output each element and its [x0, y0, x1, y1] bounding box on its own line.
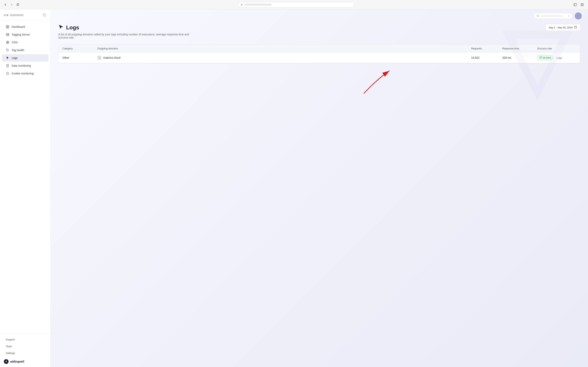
- sidebar-item-label: Cookie monitoring: [12, 72, 34, 75]
- svg-point-14: [6, 41, 9, 44]
- svg-rect-4: [43, 14, 46, 16]
- support-link[interactable]: Support: [4, 336, 46, 342]
- user-avatar[interactable]: [575, 12, 582, 19]
- success-check-icon: [539, 56, 542, 59]
- browser-actions: [572, 2, 585, 7]
- svg-rect-8: [6, 27, 7, 28]
- file-icon: [6, 64, 9, 67]
- logs-page-icon: [58, 24, 64, 31]
- grid-icon: [6, 25, 9, 29]
- svg-point-26: [7, 74, 8, 74]
- column-outgoing-domains: Outgoing domains: [97, 47, 471, 50]
- success-rate-badge: 99.58%: [537, 55, 553, 60]
- sidebar-item-cdn[interactable]: CDN: [2, 39, 48, 46]
- column-response-time: Response time: [502, 47, 537, 50]
- brand-icon: A: [4, 359, 8, 364]
- search-icon: [537, 15, 539, 17]
- header-search[interactable]: ×: [534, 13, 572, 19]
- server-icon: [6, 33, 9, 36]
- cookie-icon: [6, 72, 9, 75]
- sidebar-item-dashboard[interactable]: Dashboard: [2, 23, 48, 31]
- search-text-placeholder: [541, 15, 562, 17]
- svg-rect-0: [574, 3, 577, 6]
- link-icon: [241, 3, 243, 6]
- svg-rect-29: [574, 26, 577, 28]
- address-bar[interactable]: [238, 2, 355, 8]
- sidebar-item-cookie-monitoring[interactable]: Cookie monitoring: [2, 70, 48, 77]
- team-link[interactable]: Team: [4, 343, 46, 349]
- tabs-button[interactable]: [580, 2, 585, 7]
- row-logs-link[interactable]: Logs: [556, 56, 562, 59]
- svg-point-23: [6, 72, 9, 75]
- logo-text-placeholder: [10, 14, 24, 16]
- svg-point-24: [7, 73, 7, 74]
- sidebar-expand-button[interactable]: [42, 13, 46, 17]
- globe-icon: [6, 41, 9, 44]
- page-title-row: Logs Sep 1 - Sep 30, 2024: [58, 24, 580, 31]
- logo-dot-2: [6, 14, 8, 16]
- sidebar-navigation: Dashboard Tagging Server: [0, 20, 50, 333]
- sidebar-item-label: Dashboard: [12, 25, 25, 28]
- app-container: Dashboard Tagging Server: [0, 9, 588, 367]
- cell-domain: matomo.cloud: [97, 56, 471, 60]
- table-row: Other matomo.cloud 14,922 228 ms: [59, 52, 580, 63]
- table-header: Category Outgoing domains Requests Respo…: [59, 45, 580, 52]
- browser-nav-controls: [3, 2, 20, 7]
- cell-requests: 14,922: [471, 56, 502, 59]
- sidebar-logo: [4, 14, 24, 16]
- sidebar-item-label: Tagging Server: [12, 33, 30, 36]
- brand-name: addingwell: [10, 360, 24, 363]
- column-category: Category: [62, 47, 97, 50]
- refresh-button[interactable]: [16, 2, 20, 7]
- data-table: Category Outgoing domains Requests Respo…: [58, 44, 580, 63]
- svg-point-33: [540, 56, 542, 58]
- back-button[interactable]: [3, 2, 8, 7]
- annotation-arrow-svg: [58, 63, 580, 94]
- sidebar-item-tag-health[interactable]: Tag health: [2, 46, 48, 54]
- date-picker-button[interactable]: Sep 1 - Sep 30, 2024: [546, 24, 580, 31]
- sidebar-item-data-monitoring[interactable]: Data monitoring: [2, 62, 48, 69]
- svg-rect-9: [8, 27, 9, 28]
- sidebar-item-label: Tag health: [12, 49, 24, 52]
- sidebar: Dashboard Tagging Server: [0, 9, 50, 367]
- logo-dot-1: [4, 14, 6, 16]
- success-rate-value: 99.58%: [543, 56, 551, 59]
- svg-point-13: [8, 35, 9, 36]
- search-close-button[interactable]: ×: [568, 14, 570, 17]
- page-title: Logs: [58, 24, 79, 31]
- sidebar-item-logs[interactable]: Logs: [2, 54, 48, 62]
- svg-rect-3: [582, 4, 583, 5]
- logo-dots: [4, 14, 8, 16]
- svg-point-12: [8, 34, 9, 34]
- sidebar-item-label: Logs: [12, 56, 17, 59]
- annotation-container: [58, 63, 580, 94]
- svg-point-15: [7, 41, 8, 44]
- sidebar-item-label: CDN: [12, 41, 17, 44]
- sidebar-item-tagging-server[interactable]: Tagging Server: [2, 31, 48, 38]
- sidebar-header: [0, 9, 50, 20]
- domain-name: matomo.cloud: [103, 56, 120, 59]
- svg-point-18: [7, 49, 7, 50]
- sidebar-footer: Support Team Settings A addingwell: [0, 333, 50, 367]
- svg-line-28: [538, 17, 539, 17]
- tag-icon: [6, 48, 9, 52]
- svg-point-25: [8, 74, 8, 74]
- sidebar-footer-links: Support Team Settings: [4, 336, 46, 356]
- column-requests: Requests: [471, 47, 502, 50]
- header-bar: ×: [50, 9, 588, 19]
- domain-favicon: [97, 56, 101, 60]
- forward-button[interactable]: [9, 2, 14, 7]
- date-range-text: Sep 1 - Sep 30, 2024: [549, 26, 573, 29]
- svg-rect-7: [8, 25, 9, 27]
- cell-success-rate: 99.58% Logs: [537, 55, 576, 60]
- cell-category: Other: [62, 56, 97, 59]
- main-content: × Logs Sep 1 - Sep 30, 2024: [50, 9, 588, 367]
- sidebar-toggle-button[interactable]: [572, 2, 578, 7]
- settings-link[interactable]: Settings: [4, 350, 46, 356]
- page-subtitle: A list of all outgoing domains called by…: [58, 33, 194, 39]
- sidebar-item-label: Data monitoring: [12, 64, 31, 67]
- column-success-rate: Success rate: [537, 47, 576, 50]
- cell-response-time: 228 ms: [502, 56, 537, 59]
- address-text: [244, 4, 272, 6]
- svg-rect-2: [581, 3, 583, 6]
